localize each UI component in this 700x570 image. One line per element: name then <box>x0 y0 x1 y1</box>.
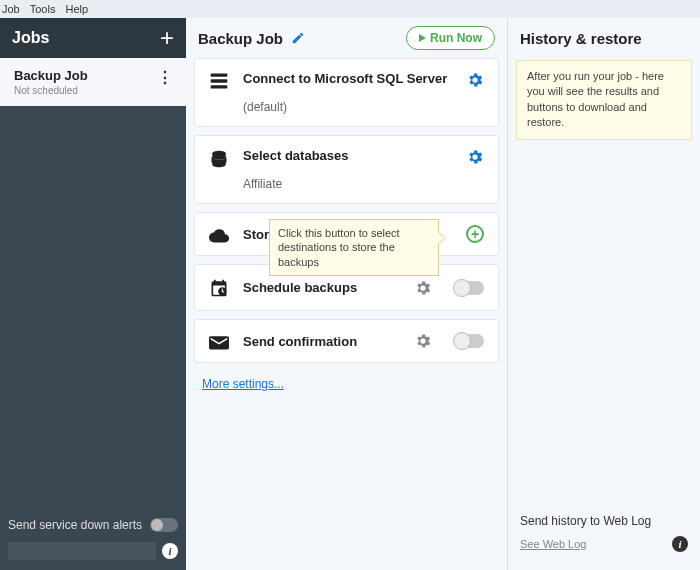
job-list-item[interactable]: Backup Job Not scheduled ⋮ <box>0 58 186 106</box>
job-name: Backup Job <box>14 68 88 83</box>
mail-icon <box>209 334 229 350</box>
history-note: After you run your job - here you will s… <box>516 60 692 140</box>
step-title: Send confirmation <box>243 334 400 349</box>
gear-icon[interactable] <box>466 148 484 166</box>
confirm-toggle[interactable] <box>454 334 484 348</box>
history-title: History & restore <box>520 30 642 47</box>
see-weblog-link[interactable]: See Web Log <box>520 538 586 550</box>
weblog-label: Send history to Web Log <box>520 514 651 528</box>
job-status: Not scheduled <box>14 85 88 96</box>
step-title: Connect to Microsoft SQL Server <box>243 71 452 86</box>
add-destination-button[interactable]: + <box>466 225 484 243</box>
step-subtitle: Affiliate <box>243 177 452 191</box>
menu-job[interactable]: Job <box>2 3 20 15</box>
cloud-icon <box>209 227 229 243</box>
menu-tools[interactable]: Tools <box>30 3 56 15</box>
step-connect[interactable]: Connect to Microsoft SQL Server (default… <box>194 58 499 127</box>
job-title: Backup Job <box>198 30 305 47</box>
alerts-toggle[interactable] <box>150 518 178 532</box>
run-now-button[interactable]: Run Now <box>406 26 495 50</box>
schedule-toggle[interactable] <box>454 281 484 295</box>
gear-icon[interactable] <box>414 332 432 350</box>
jobs-title: Jobs <box>12 29 49 47</box>
server-icon <box>209 72 229 90</box>
jobs-panel: Jobs + Backup Job Not scheduled ⋮ Send s… <box>0 18 186 570</box>
step-title: Select databases <box>243 148 452 163</box>
add-job-button[interactable]: + <box>160 24 174 52</box>
job-config-panel: Backup Job Run Now Connect to Microsoft … <box>186 18 508 570</box>
calendar-icon <box>209 278 229 298</box>
svg-rect-1 <box>211 79 228 82</box>
gear-icon[interactable] <box>414 279 432 297</box>
database-icon <box>209 149 229 169</box>
history-panel: History & restore After you run your job… <box>508 18 700 570</box>
tooltip: Click this button to select destinations… <box>269 219 439 276</box>
alerts-email-input[interactable] <box>8 542 156 560</box>
alerts-label: Send service down alerts <box>8 518 142 532</box>
step-select-db[interactable]: Select databases Affiliate <box>194 135 499 204</box>
info-icon[interactable]: i <box>672 536 688 552</box>
gear-icon[interactable] <box>466 71 484 89</box>
play-icon <box>419 34 426 42</box>
edit-icon[interactable] <box>291 31 305 45</box>
more-settings-link[interactable]: More settings... <box>194 371 499 397</box>
step-subtitle: (default) <box>243 100 452 114</box>
menubar: Job Tools Help <box>0 0 700 18</box>
svg-rect-2 <box>211 85 228 88</box>
svg-rect-0 <box>211 74 228 77</box>
menu-help[interactable]: Help <box>65 3 88 15</box>
info-icon[interactable]: i <box>162 543 178 559</box>
job-menu-icon[interactable]: ⋮ <box>157 68 172 87</box>
step-title: Schedule backups <box>243 280 400 295</box>
step-store[interactable]: Store backups in destinations Click this… <box>194 212 499 256</box>
step-confirm[interactable]: Send confirmation <box>194 319 499 363</box>
